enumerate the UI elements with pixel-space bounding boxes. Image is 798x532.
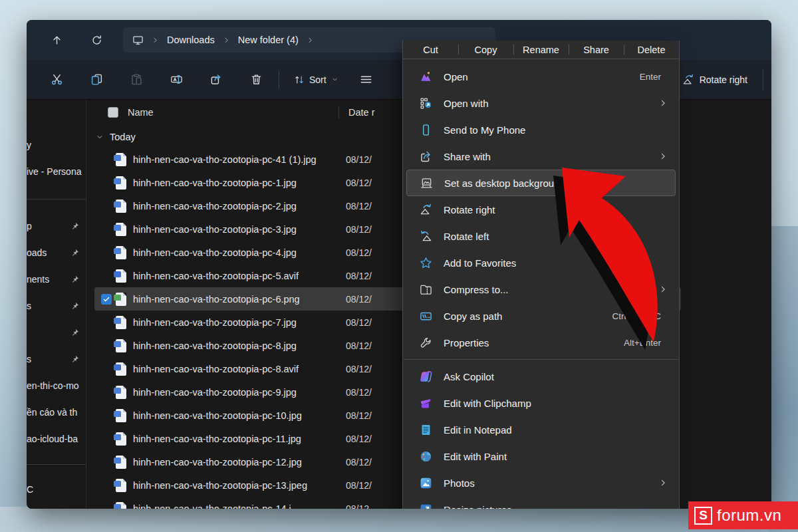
menu-item-rotate-right[interactable]: Rotate right [406,196,676,223]
up-button[interactable] [45,28,68,52]
rotate-left-icon [420,230,432,243]
chevron-right-icon [658,98,668,108]
menu-item-set-as-desktop-background[interactable]: Set as desktop background [406,170,676,196]
sidebar-item[interactable]: C [27,476,86,503]
menu-item-photos[interactable]: Photos [406,469,676,496]
menu-item-open-with[interactable]: Open with [406,90,676,116]
menu-item-ask-copilot[interactable]: Ask Copilot [406,363,676,390]
menu-item-rotate-left[interactable]: Rotate left [406,223,676,249]
menu-item-send-to-my-phone[interactable]: Send to My Phone [406,116,676,143]
copy-path-icon [420,310,432,323]
sidebar-item[interactable]: p [27,213,86,239]
menu-item-edit-with-paint[interactable]: Edit with Paint [406,443,676,469]
chevron-right-icon [223,37,230,44]
file-checkbox[interactable] [101,294,112,305]
quick-action-copy[interactable]: Copy [458,41,513,59]
sidebar-item[interactable]: y [27,132,86,158]
file-name: hinh-nen-cao-va-tho-zootopia-pc-8.avif [133,364,339,374]
cut-icon [51,73,63,86]
sidebar-divider [27,452,86,476]
chevron-right-icon [658,478,668,487]
file-type-icon [116,456,126,469]
file-date-modified: 08/12/ [346,480,383,491]
file-date-modified: 08/12/ [346,178,383,188]
sidebar-item[interactable]: s [27,293,86,319]
file-date-modified: 08/12 [346,503,383,509]
paste-button[interactable] [124,68,148,92]
file-name: hinh-nen-cao-va-tho-zootopia-pc-1.jpg [133,178,339,188]
delete-icon [250,73,263,86]
delete-button[interactable] [244,68,268,92]
quick-action-rename[interactable]: Rename [513,41,569,59]
sidebar-item[interactable]: oads [27,239,86,266]
paste-icon [130,73,143,86]
share-with-icon [420,150,432,163]
menu-item-properties[interactable]: Properties Alt+Enter [406,329,676,356]
quick-action-share[interactable]: Share [569,41,624,59]
menu-item-shortcut: Alt+Enter [624,338,661,348]
column-divider[interactable] [338,106,339,118]
menu-item-add-to-favorites[interactable]: Add to Favorites [406,249,676,276]
file-name: hinh-nen-cao-va-tho-zootopia-pc-5.avif [133,271,339,281]
menu-item-label: Edit in Notepad [444,424,668,436]
quick-action-delete[interactable]: Delete [624,41,679,59]
sidebar-item[interactable]: s [27,346,86,372]
sort-icon [294,74,305,85]
breadcrumb-downloads[interactable]: Downloads [166,35,216,45]
sidebar-item[interactable]: ao-icloud-ba [27,426,86,452]
rename-icon [170,73,183,86]
copy-button[interactable] [84,68,108,92]
pin-icon [70,248,80,257]
menu-item-label: Ask Copilot [444,371,668,382]
file-type-icon [116,362,126,376]
menu-item-label: Rotate left [444,231,668,242]
file-type-icon [116,502,126,509]
menu-item-resize-pictures[interactable]: Resize pictures [406,496,676,509]
view-button[interactable] [354,68,378,92]
file-date-modified: 08/12/ [346,154,383,165]
menu-item-shortcut: Ctrl+Shift+C [612,311,661,321]
open-app-icon [420,70,432,83]
sidebar-item[interactable]: en-thi-co-mo [27,372,86,399]
sidebar-item[interactable] [27,319,86,346]
sidebar-item[interactable]: ền cáo và th [27,399,86,426]
sidebar-item-label: ền cáo và th [27,407,82,418]
file-date-modified: 08/12/ [346,201,383,211]
menu-item-open[interactable]: Open Enter [406,63,676,90]
chevron-right-icon [658,285,668,294]
menu-item-label: Compress to... [444,284,658,295]
menu-item-edit-with-clipchamp[interactable]: Edit with Clipchamp [406,390,676,416]
menu-item-edit-in-notepad[interactable]: Edit in Notepad [406,416,676,443]
rotate-right-button[interactable]: Rotate right [676,69,754,90]
file-date-modified: 08/12/ [346,457,383,467]
sort-button[interactable]: Sort [289,70,344,90]
share-button[interactable] [204,68,228,92]
menu-item-copy-as-path[interactable]: Copy as path Ctrl+Shift+C [406,303,676,329]
refresh-button[interactable] [84,28,108,52]
sforum-watermark: S forum.vn [688,501,798,529]
sforum-logo-s: S [694,507,712,525]
share-icon [210,73,223,86]
group-header-today[interactable]: Today [94,126,136,148]
chevron-down-icon [331,76,338,83]
file-type-icon [116,153,126,166]
sidebar-item[interactable]: ive - Persona [27,158,86,185]
quick-action-cut[interactable]: Cut [403,41,458,59]
pin-icon [70,221,80,231]
column-header-name[interactable]: Name [128,107,154,118]
sidebar-item[interactable]: nents [27,266,86,293]
file-name: hinh-nen-cao-va-tho-zootopia-pc-2.jpg [133,201,339,211]
menu-item-compress-to[interactable]: Compress to... [406,276,676,303]
cut-button[interactable] [45,68,68,92]
phone-icon [420,124,432,136]
sidebar-item-label: s [27,354,70,364]
column-header-date[interactable]: Date r [348,107,375,118]
menu-item-share-with[interactable]: Share with [406,143,676,170]
file-date-modified: 08/12/ [346,434,383,444]
sidebar-item-label: oads [27,247,70,258]
photos-icon [420,477,432,489]
rename-button[interactable] [164,68,188,92]
select-all-checkbox[interactable] [108,107,118,118]
breadcrumb-new-folder[interactable]: New folder (4) [237,35,300,45]
pin-icon [70,328,80,337]
